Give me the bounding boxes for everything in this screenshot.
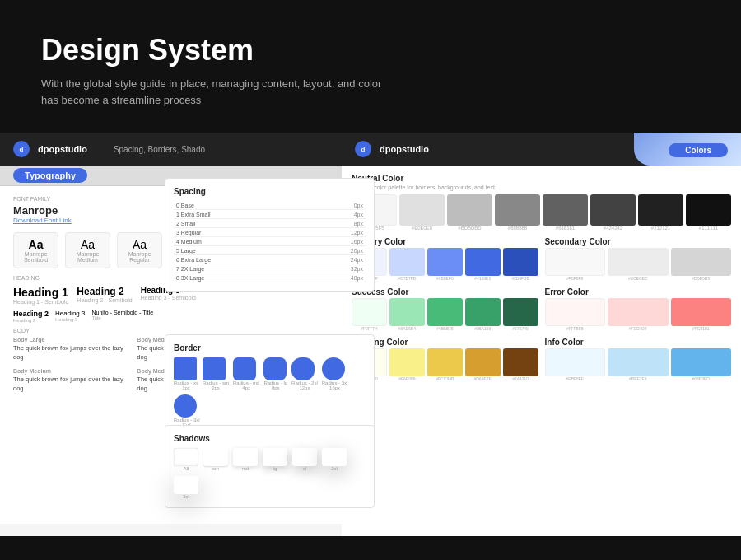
error-swatches: #FFF5F5 #FED7D7 #FC8181 — [545, 298, 732, 331]
info-swatch-1: #EBF8FF — [545, 348, 606, 381]
font-sample-regular: Aa ManropeRegular — [117, 232, 162, 268]
warning-swatch-4: #D69E2E — [465, 348, 501, 381]
error-title: Error Color — [545, 287, 732, 296]
warning-swatches: #FFFFF0 #FAF089 #ECC94B #D69E2E — [352, 348, 538, 381]
heading-3-sub-item: Heading 3 Heading 3 — [55, 310, 85, 323]
spacing-title: Spacing — [174, 187, 366, 196]
neutral-desc: Use this color palette for borders, back… — [352, 184, 731, 190]
primary-swatch-2: #C7D7FD — [389, 248, 425, 281]
typography-tab[interactable]: Typography — [13, 168, 87, 183]
secondary-color-section: Secondary Color #F8F8F8 #ECECEC #D5D5 — [545, 237, 732, 281]
neutral-swatches: #F5F5F5 #E0E0E0 #BDBDBD #888888 — [352, 194, 731, 231]
body-medium-2-label: Body Medium — [13, 368, 130, 374]
heading-2-sub: Heading 2 - Semibold — [77, 297, 132, 303]
colors-logo-letter: d — [361, 146, 366, 153]
error-swatch-3: #FC8181 — [671, 298, 732, 331]
colors-content: Neutral Color Use this color palette for… — [342, 166, 741, 536]
info-color-section: Info Color #EBF8FF #BEE3F8 #63B3ED — [545, 338, 732, 381]
spacing-row: 1 Extra Small4px — [174, 210, 366, 219]
primary-swatches: #EEF2FF #C7D7FD #6B8EF6 #4169E1 — [352, 248, 538, 281]
warning-swatch-3: #ECC94B — [427, 348, 463, 381]
neutral-swatch-7: #212121 — [638, 194, 683, 231]
info-swatch-2: #BEE3F8 — [608, 348, 669, 381]
secondary-swatch-1: #F8F8F8 — [545, 248, 606, 281]
heading-1-text: Heading 1 — [13, 286, 68, 299]
success-color-section: Success Color #F0FFF4 #9AE6B4 #48BB78 — [352, 287, 538, 331]
success-swatch-3: #48BB78 — [427, 298, 463, 331]
spacing-row: 2 Small8px — [174, 219, 366, 228]
body-label: Body — [13, 328, 378, 334]
border-title: Border — [174, 343, 366, 352]
left-panel-header: d dpopstudio Spacing, Borders, Shado — [0, 133, 391, 166]
spacing-row: 4 Medium16px — [174, 237, 366, 246]
heading-1-sub: Heading 1 - Semibold — [13, 299, 68, 305]
info-title: Info Color — [545, 338, 732, 347]
main-content: d dpopstudio Spacing, Borders, Shado Typ… — [0, 133, 741, 536]
error-color-section: Error Color #FFF5F5 #FED7D7 #FC8181 — [545, 287, 732, 331]
font-aa-medium: Aa — [72, 238, 103, 251]
neutral-swatch-6: #424242 — [590, 194, 636, 231]
spacing-row: 6 Extra Large24px — [174, 255, 366, 264]
spacing-row: 3 Regular12px — [174, 228, 366, 237]
heading-1: Heading 1 Heading 1 - Semibold — [13, 286, 68, 305]
warning-color-section: Warning Color #FFFFF0 #FAF089 #ECC94B — [352, 338, 538, 381]
hero-subtitle: With the global style guide in place, ma… — [41, 76, 387, 108]
spacing-row: 8 3X Large48px — [174, 273, 366, 282]
font-aa: Aa — [21, 238, 51, 251]
colors-tab[interactable]: Colors — [669, 143, 728, 157]
brand-logo-letter: d — [20, 146, 24, 153]
neutral-swatch-3: #BDBDBD — [447, 194, 492, 231]
font-regular-label: ManropeRegular — [124, 251, 155, 263]
success-title: Success Color — [352, 287, 538, 296]
shadows-swatches: All sm md lg xl 2xl — [174, 448, 366, 499]
neutral-swatch-4: #888888 — [495, 194, 540, 231]
neutral-title: Neutral Color — [352, 174, 731, 183]
primary-secondary-row: Primary Color #EEF2FF #C7D7FD #6B8EF6 — [352, 237, 731, 287]
brand-name: dpopstudio — [38, 144, 87, 154]
font-sample-label: ManropeSemibold — [21, 251, 51, 263]
error-swatch-1: #FFF5F5 — [545, 298, 606, 331]
primary-color-section: Primary Color #EEF2FF #C7D7FD #6B8EF6 — [352, 237, 538, 281]
primary-swatch-3: #6B8EF6 — [427, 248, 463, 281]
neutral-swatch-5: #616161 — [543, 194, 588, 231]
neutral-swatch-8: #111111 — [686, 194, 731, 231]
info-swatch-3: #63B3ED — [671, 348, 732, 381]
warning-swatch-2: #FAF089 — [389, 348, 425, 381]
secondary-swatches: #F8F8F8 #ECECEC #D5D5D5 — [545, 248, 732, 281]
success-swatch-2: #9AE6B4 — [389, 298, 425, 331]
font-aa-regular: Aa — [124, 238, 155, 251]
success-error-row: Success Color #F0FFF4 #9AE6B4 #48BB78 — [352, 287, 731, 338]
brand-logo: d — [13, 141, 30, 157]
body-large-label: Body Large — [13, 337, 130, 343]
warning-title: Warning Color — [352, 338, 538, 347]
border-panel: Border Radius - xs1px Radius - sm2px Rad… — [165, 334, 375, 436]
border-swatches: Radius - xs1px Radius - sm2px Radius - m… — [174, 357, 366, 427]
warning-swatch-5: #744210 — [503, 348, 538, 381]
info-swatches: #EBF8FF #BEE3F8 #63B3ED — [545, 348, 732, 381]
heading-title-item: Nunito - Semibold - Title Title — [92, 310, 154, 323]
secondary-title: Secondary Color — [545, 237, 732, 246]
secondary-swatch-2: #ECECEC — [608, 248, 669, 281]
heading-2-text: Heading 2 — [77, 286, 132, 297]
heading-3-sub: Heading 3 - Semibold — [141, 295, 196, 301]
page-title: Design System — [41, 33, 700, 68]
body-large: Body Large The quick brown fox jumps ove… — [13, 337, 130, 362]
heading-2-sub-item: Heading 2 Heading 2 — [13, 310, 49, 323]
spacing-row: 7 2X Large32px — [174, 264, 366, 273]
error-swatch-2: #FED7D7 — [608, 298, 669, 331]
body-large-text: The quick brown fox jumps over the lazy … — [13, 344, 130, 362]
primary-title: Primary Color — [352, 237, 538, 246]
body-medium-2: Body Medium The quick brown fox jumps ov… — [13, 368, 130, 393]
font-sample-semibold: Aa ManropeSemibold — [13, 232, 58, 268]
warning-info-row: Warning Color #FFFFF0 #FAF089 #ECC94B — [352, 338, 731, 388]
success-swatches: #F0FFF4 #9AE6B4 #48BB78 #38A169 — [352, 298, 538, 331]
font-sample-medium: Aa ManropeMedium — [65, 232, 110, 268]
spacing-row: 5 Large20px — [174, 246, 366, 255]
heading-2: Heading 2 Heading 2 - Semibold — [77, 286, 132, 305]
spacing-panel: Spacing 0 Base0px1 Extra Small4px2 Small… — [165, 178, 375, 292]
tab-spacing[interactable]: Spacing, Borders, Shado — [104, 142, 215, 156]
spacing-row: 0 Base0px — [174, 201, 366, 210]
colors-brand-logo: d — [355, 141, 371, 157]
spacing-table: 0 Base0px1 Extra Small4px2 Small8px3 Reg… — [174, 201, 366, 282]
font-medium-label: ManropeMedium — [72, 251, 103, 263]
